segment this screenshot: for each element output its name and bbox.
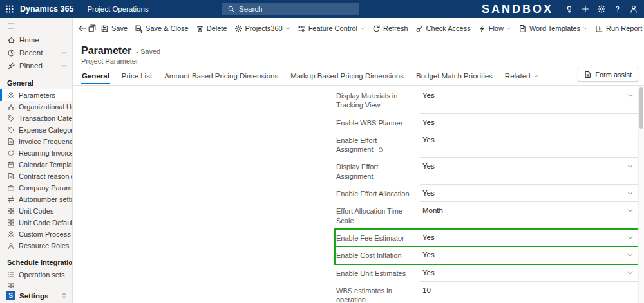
- main-content: Save Save & Close Delete Proj: [73, 18, 644, 303]
- saveclose-icon: [135, 24, 143, 33]
- command-flow[interactable]: Flow: [475, 22, 515, 35]
- chevron-down-icon: [627, 207, 634, 214]
- chevron-down-icon: [627, 190, 634, 197]
- sidebar-nav-recent[interactable]: Recent: [0, 46, 72, 59]
- field-value[interactable]: Yes: [420, 131, 640, 158]
- field-label: Display Effort Assignment: [336, 163, 378, 179]
- sidebar-item-contract-reason-c[interactable]: Contract reason c...: [0, 170, 72, 182]
- chart-icon: [595, 24, 603, 33]
- tab-amount-based-pricing-dimensions[interactable]: Amount Based Pricing Dimensions: [164, 72, 279, 84]
- person-icon: [629, 5, 638, 14]
- sidebar-item-label: Organizational Un...: [19, 103, 72, 111]
- account-menu-button[interactable]: [625, 0, 641, 18]
- sidebar-item-custom-process-e[interactable]: Custom Process E...: [0, 228, 72, 240]
- sliders-icon: [298, 24, 306, 33]
- settings-badge: S: [6, 291, 15, 300]
- command-label: Flow: [489, 24, 504, 32]
- collapse-sitemap-button[interactable]: [0, 18, 15, 33]
- command-feature-control[interactable]: Feature Control: [294, 22, 368, 35]
- field-value[interactable]: Yes: [420, 158, 640, 185]
- field-value[interactable]: Month: [420, 202, 640, 229]
- sidebar-nav-home[interactable]: Home: [0, 33, 72, 46]
- app-name[interactable]: Dynamics 365: [20, 5, 73, 14]
- sidebar-item-label: Contract reason c...: [19, 172, 72, 180]
- command-label: Save & Close: [146, 24, 189, 32]
- gear-icon: [7, 230, 15, 238]
- field-value-text: Yes: [422, 136, 435, 143]
- command-delete[interactable]: Delete: [193, 22, 231, 35]
- sidebar-item-calendar-templates[interactable]: Calendar Templates: [0, 159, 72, 170]
- topbar-right-cluster: SANDBOX: [482, 0, 644, 18]
- form-body: Display Materials in Tracking View Yes E…: [73, 86, 644, 303]
- sidebar-group-label: Schedule integration: [0, 252, 72, 269]
- command-save[interactable]: Save: [97, 22, 131, 35]
- sidebar-item-unit-code-default[interactable]: Unit Code Default...: [0, 217, 72, 228]
- command-refresh[interactable]: Refresh: [369, 22, 412, 35]
- topbar-button-help[interactable]: [609, 0, 625, 18]
- chevron-down-icon: [627, 163, 634, 170]
- command-bar: Save Save & Close Delete Proj: [73, 18, 644, 39]
- sidebar-item-autonumber-setti[interactable]: Autonumber setti...: [0, 194, 72, 205]
- tab-price-list[interactable]: Price List: [121, 72, 153, 84]
- field-enable-unit-estimates: Enable Unit Estimates Yes: [335, 264, 640, 282]
- tab-budget-match-priorities[interactable]: Budget Match Priorities: [415, 72, 493, 84]
- tab-label: Markup Based Pricing Dimensions: [290, 72, 404, 80]
- topbar-button-gear[interactable]: [593, 0, 609, 18]
- sidebar-nav-pinned[interactable]: Pinned: [0, 59, 72, 72]
- sidebar-item-operation-sets[interactable]: Operation sets: [0, 269, 72, 280]
- field-value[interactable]: Yes: [420, 246, 640, 264]
- command-word-templates[interactable]: Word Templates: [515, 22, 591, 35]
- field-value[interactable]: Yes: [420, 185, 640, 202]
- sidebar-item-company-parame[interactable]: Company Parame...: [0, 182, 72, 194]
- app-launcher-button[interactable]: [0, 0, 19, 18]
- nav-item-label: Pinned: [19, 62, 43, 69]
- sidebar-item-parameters[interactable]: Parameters: [0, 89, 72, 101]
- back-button[interactable]: [78, 21, 87, 37]
- command-run-report[interactable]: Run Report: [592, 22, 644, 35]
- gear-icon: [7, 91, 15, 99]
- area-name[interactable]: Project Operations: [87, 5, 148, 13]
- topbar-button-bulb[interactable]: [561, 0, 577, 18]
- field-value[interactable]: Yes: [420, 229, 640, 246]
- field-value[interactable]: 10: [420, 282, 640, 303]
- sidebar-item-invoice-frequencies[interactable]: Invoice Frequencies: [0, 136, 72, 147]
- sidebar-item-unit-codes[interactable]: Unit Codes: [0, 205, 72, 217]
- field-value[interactable]: Yes: [420, 114, 640, 131]
- sidebar-item-recurring-invoice[interactable]: Recurring Invoice ...: [0, 147, 72, 159]
- field-label: Enable Fee Estimator: [336, 234, 404, 242]
- form-assist-button[interactable]: Form assist: [578, 68, 638, 82]
- settings-area-switcher[interactable]: S Settings: [0, 288, 72, 303]
- chevron-down-icon: [533, 73, 539, 79]
- vertical-scrollbar[interactable]: [638, 86, 644, 303]
- sidebar-item-label: Autonumber setti...: [19, 196, 72, 203]
- topbar-button-plus[interactable]: [577, 0, 593, 18]
- scrollbar-thumb[interactable]: [639, 87, 643, 129]
- command-projects360[interactable]: Projects360: [231, 22, 294, 35]
- tab-markup-based-pricing-dimensions[interactable]: Markup Based Pricing Dimensions: [290, 72, 404, 84]
- waffle-icon: [5, 5, 14, 14]
- global-search-box[interactable]: Search: [222, 3, 359, 15]
- home-icon: [7, 36, 15, 44]
- command-label: Run Report: [606, 24, 642, 32]
- trash-icon: [196, 24, 204, 33]
- command-check-access[interactable]: Check Access: [412, 22, 474, 35]
- tab-related[interactable]: Related: [504, 72, 540, 84]
- doc-icon: [7, 138, 15, 145]
- sidebar-item-expense-categories[interactable]: Expense Categories: [0, 124, 72, 136]
- field-value[interactable]: Yes: [420, 87, 640, 114]
- tab-label: Budget Match Priorities: [416, 72, 493, 80]
- record-header: Parameter - Saved Project Parameter Gene…: [73, 39, 644, 86]
- field-display-effort-assignment: Display Effort Assignment Yes: [335, 158, 640, 185]
- tab-general[interactable]: General: [81, 72, 110, 84]
- form-field-column: Display Materials in Tracking View Yes E…: [335, 87, 640, 303]
- doc-icon: [7, 172, 15, 180]
- open-in-new-window-button[interactable]: [88, 21, 97, 37]
- sidebar-item-label: Invoice Frequencies: [19, 138, 72, 145]
- command-save-close[interactable]: Save & Close: [131, 22, 192, 35]
- field-value[interactable]: Yes: [420, 264, 640, 282]
- sidebar-item-organizational-un[interactable]: Organizational Un...: [0, 101, 72, 113]
- command-label: Refresh: [383, 24, 408, 32]
- chevron-down-icon: [583, 26, 588, 31]
- sidebar-item-resource-roles[interactable]: Resource Roles: [0, 240, 72, 252]
- sidebar-item-transaction-categ[interactable]: Transaction Categ...: [0, 113, 72, 124]
